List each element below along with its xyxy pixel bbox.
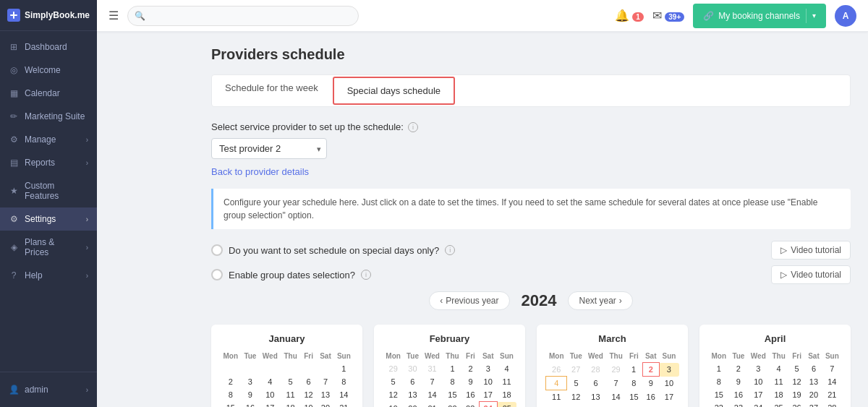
calendar-day[interactable]: 22 (626, 403, 642, 407)
calendar-day[interactable]: 2 (730, 362, 748, 375)
calendar-day[interactable]: 8 (334, 375, 354, 388)
calendar-day[interactable]: 20 (805, 388, 822, 401)
calendar-day[interactable]: 4 (546, 377, 567, 390)
calendar-day[interactable]: 4 (259, 375, 281, 388)
back-link[interactable]: Back to provider details (211, 166, 309, 177)
calendar-day[interactable]: 14 (422, 388, 443, 402)
calendar-day[interactable]: 2 (220, 375, 242, 388)
calendar-day[interactable]: 18 (497, 388, 516, 402)
prev-year-button[interactable]: ‹ Previous year (429, 291, 509, 310)
calendar-day[interactable]: 5 (281, 375, 299, 388)
calendar-day[interactable]: 3 (747, 362, 769, 375)
calendar-day[interactable]: 4 (497, 362, 516, 375)
calendar-day[interactable]: 11 (281, 388, 299, 401)
calendar-day[interactable]: 1 (708, 362, 730, 375)
avatar[interactable]: A (835, 5, 856, 27)
calendar-day[interactable]: 7 (422, 375, 443, 388)
tab-week[interactable]: Schedule for the week (212, 75, 331, 106)
sidebar-item-admin[interactable]: 👤 admin › (0, 378, 97, 401)
calendar-day[interactable]: 8 (626, 377, 642, 390)
calendar-day[interactable]: 6 (584, 377, 606, 390)
calendar-day[interactable]: 15 (220, 401, 242, 407)
calendar-day[interactable]: 21 (334, 401, 354, 407)
calendar-day[interactable]: 15 (626, 390, 642, 404)
calendar-day[interactable]: 16 (730, 388, 748, 401)
calendar-day[interactable]: 11 (497, 375, 516, 388)
calendar-day[interactable]: 8 (443, 375, 461, 388)
calendar-day[interactable]: 14 (606, 390, 625, 404)
calendar-day[interactable]: 19 (300, 401, 317, 407)
calendar-day[interactable]: 3 (479, 362, 497, 375)
sidebar-item-dashboard[interactable]: ⊞ Dashboard (0, 35, 97, 59)
menu-icon[interactable]: ☰ (109, 9, 119, 22)
provider-info-icon[interactable]: i (408, 122, 418, 132)
calendar-day[interactable]: 7 (606, 377, 625, 390)
calendar-day[interactable]: 10 (659, 377, 678, 390)
calendar-day[interactable]: 2 (642, 363, 659, 377)
calendar-day[interactable]: 24 (479, 402, 497, 408)
notification-button[interactable]: 🔔 1 (615, 9, 644, 22)
calendar-day[interactable]: 19 (383, 402, 404, 408)
calendar-day[interactable]: 12 (300, 388, 317, 401)
calendar-day[interactable]: 14 (822, 375, 842, 388)
calendar-day[interactable]: 14 (334, 388, 354, 401)
toggle2-radio[interactable] (211, 269, 223, 280)
sidebar-item-manage[interactable]: ⚙ Manage › (0, 128, 97, 151)
calendar-day[interactable]: 2 (462, 362, 480, 375)
calendar-day[interactable]: 26 (788, 401, 805, 407)
booking-channels-button[interactable]: 🔗 My booking channels ▾ (693, 4, 826, 28)
calendar-day[interactable]: 24 (747, 401, 769, 407)
calendar-day[interactable]: 12 (788, 375, 805, 388)
calendar-day[interactable]: 3 (659, 363, 678, 377)
calendar-day[interactable]: 11 (769, 375, 788, 388)
calendar-day[interactable]: 27 (805, 401, 822, 407)
message-button[interactable]: ✉ 39+ (652, 9, 684, 22)
calendar-day[interactable]: 3 (242, 375, 260, 388)
calendar-day[interactable]: 16 (242, 401, 260, 407)
sidebar-item-marketing[interactable]: ✏ Marketing Suite (0, 105, 97, 128)
sidebar-logo[interactable]: SimplyBook.me (0, 0, 97, 31)
calendar-day[interactable]: 19 (788, 388, 805, 401)
calendar-day[interactable]: 1 (443, 362, 461, 375)
video-tutorial-button-1[interactable]: ▷ Video tutorial (771, 241, 851, 260)
calendar-day[interactable]: 10 (747, 375, 769, 388)
sidebar-item-reports[interactable]: ▤ Reports › (0, 151, 97, 174)
toggle1-radio[interactable] (211, 244, 223, 256)
calendar-day[interactable]: 13 (317, 388, 333, 401)
calendar-day[interactable]: 25 (769, 401, 788, 407)
calendar-day[interactable]: 10 (259, 388, 281, 401)
calendar-day[interactable]: 20 (404, 402, 421, 408)
calendar-day[interactable]: 18 (769, 388, 788, 401)
toggle2-info-icon[interactable]: i (361, 270, 371, 280)
calendar-day[interactable]: 23 (730, 401, 748, 407)
calendar-day[interactable]: 18 (546, 403, 567, 407)
calendar-day[interactable]: 6 (404, 375, 421, 388)
calendar-day[interactable]: 17 (259, 401, 281, 407)
calendar-day[interactable]: 22 (708, 401, 730, 407)
calendar-day[interactable]: 9 (242, 388, 260, 401)
calendar-day[interactable]: 17 (747, 388, 769, 401)
calendar-day[interactable]: 10 (479, 375, 497, 388)
calendar-day[interactable]: 17 (659, 390, 678, 404)
provider-select[interactable]: Test provider 2 (211, 138, 327, 159)
calendar-day[interactable]: 12 (383, 388, 404, 402)
calendar-day[interactable]: 16 (642, 390, 659, 404)
calendar-day[interactable]: 24 (659, 403, 678, 407)
sidebar-item-plans[interactable]: ◈ Plans & Prices › (0, 231, 97, 264)
toggle1-info-icon[interactable]: i (445, 245, 455, 255)
calendar-day[interactable]: 21 (422, 402, 443, 408)
calendar-day[interactable]: 1 (626, 363, 642, 377)
calendar-day[interactable]: 20 (317, 401, 333, 407)
calendar-day[interactable]: 20 (584, 403, 606, 407)
search-input[interactable] (127, 6, 359, 26)
calendar-day[interactable]: 7 (317, 375, 333, 388)
calendar-day[interactable]: 22 (443, 402, 461, 408)
calendar-day[interactable]: 15 (708, 388, 730, 401)
next-year-button[interactable]: Next year › (568, 291, 632, 310)
calendar-day[interactable]: 6 (805, 362, 822, 375)
calendar-day[interactable]: 19 (567, 403, 584, 407)
calendar-day[interactable]: 21 (822, 388, 842, 401)
calendar-day[interactable]: 8 (708, 375, 730, 388)
calendar-day[interactable]: 1 (334, 362, 354, 375)
sidebar-item-settings[interactable]: ⚙ Settings › (0, 207, 97, 231)
